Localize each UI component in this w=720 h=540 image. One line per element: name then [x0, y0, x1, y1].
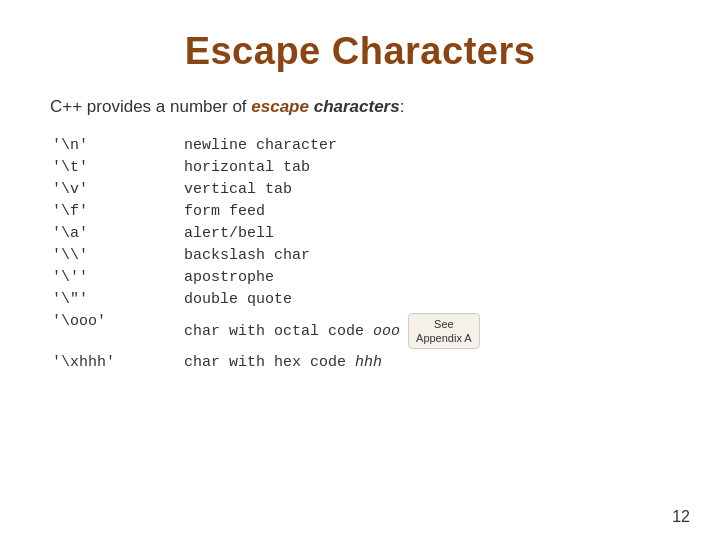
escape-code: '\ooo' — [52, 311, 182, 351]
subtitle-prefix: C++ provides a number of — [50, 97, 251, 116]
escape-code: '\xhhh' — [52, 353, 182, 373]
escape-code: '\n' — [52, 135, 182, 155]
escape-code: '\\' — [52, 245, 182, 265]
escape-desc: char with octal code oooSeeAppendix A — [184, 311, 668, 351]
escape-desc: vertical tab — [184, 179, 668, 199]
escape-desc: horizontal tab — [184, 157, 668, 177]
subtitle-escape: escape — [251, 97, 309, 116]
subtitle-characters: characters — [314, 97, 400, 116]
table-row: '\v'vertical tab — [52, 179, 668, 199]
escape-desc: apostrophe — [184, 267, 668, 287]
escape-desc: alert/bell — [184, 223, 668, 243]
page-number: 12 — [672, 508, 690, 526]
slide-title: Escape Characters — [50, 30, 670, 73]
escape-desc: backslash char — [184, 245, 668, 265]
table-row: '\t'horizontal tab — [52, 157, 668, 177]
escape-table: '\n'newline character'\t'horizontal tab'… — [50, 133, 670, 375]
escape-code: '\t' — [52, 157, 182, 177]
escape-code: '\v' — [52, 179, 182, 199]
table-row: '\''apostrophe — [52, 267, 668, 287]
subtitle-text: C++ provides a number of escape characte… — [50, 97, 670, 117]
escape-desc: double quote — [184, 289, 668, 309]
table-row: '\a'alert/bell — [52, 223, 668, 243]
escape-code: '\'' — [52, 267, 182, 287]
escape-code: '\f' — [52, 201, 182, 221]
escape-desc: newline character — [184, 135, 668, 155]
table-row: '\\'backslash char — [52, 245, 668, 265]
escape-desc: char with hex code hhh — [184, 353, 668, 373]
table-row: '\xhhh'char with hex code hhh — [52, 353, 668, 373]
appendix-badge[interactable]: SeeAppendix A — [408, 313, 480, 350]
table-row: '\n'newline character — [52, 135, 668, 155]
table-row: '\ooo'char with octal code oooSeeAppendi… — [52, 311, 668, 351]
table-row: '\"'double quote — [52, 289, 668, 309]
slide: Escape Characters C++ provides a number … — [0, 0, 720, 540]
subtitle-suffix: : — [400, 97, 405, 116]
escape-code: '\"' — [52, 289, 182, 309]
escape-code: '\a' — [52, 223, 182, 243]
table-row: '\f'form feed — [52, 201, 668, 221]
escape-desc: form feed — [184, 201, 668, 221]
